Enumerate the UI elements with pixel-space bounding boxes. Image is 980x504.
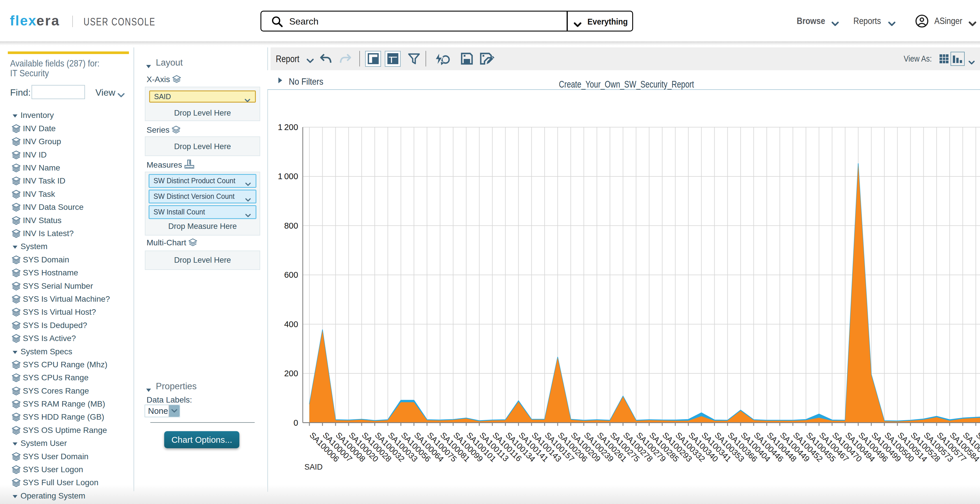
svg-text:1 200: 1 200	[278, 122, 298, 132]
svg-text:800: 800	[284, 221, 298, 231]
svg-text:SAID: SAID	[304, 463, 323, 471]
svg-text:600: 600	[284, 270, 298, 280]
svg-text:200: 200	[284, 369, 298, 378]
svg-text:era: era	[37, 14, 60, 28]
svg-text:400: 400	[284, 320, 298, 329]
svg-text:fle: fle	[10, 14, 29, 28]
svg-text:0: 0	[293, 418, 298, 428]
svg-text:x: x	[28, 14, 36, 28]
svg-text:1 000: 1 000	[278, 172, 298, 181]
